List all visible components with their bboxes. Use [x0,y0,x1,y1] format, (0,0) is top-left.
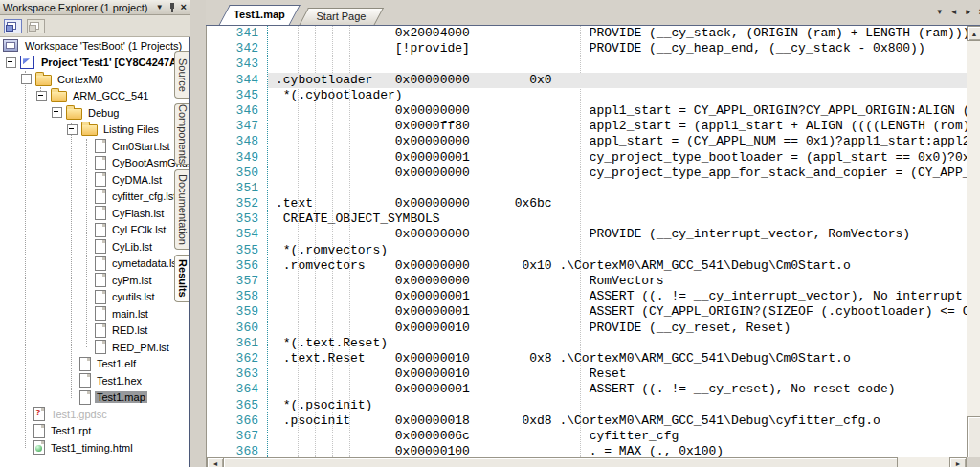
code-line: 0x00000100 . = MAX (., 0x100) [268,444,967,457]
code-line [268,56,967,72]
tree-item-test1-map-selected[interactable]: Test1.map [0,389,189,407]
html-document-icon [33,440,45,455]
tree-item-debug[interactable]: Debug [0,104,189,122]
tree-item[interactable]: CyFlash.lst [0,205,189,222]
code-line: *(.romvectors) [268,243,967,258]
tree-item-workspace[interactable]: Workspace 'TestBoot' (1 Projects) [0,37,189,55]
scroll-right-icon[interactable]: ► [949,457,967,467]
tree-item[interactable]: CyLib.lst [0,238,189,256]
project-icon [20,56,34,69]
horizontal-scroll-thumb[interactable] [223,457,898,467]
code-line: .text.Reset 0x00000010 0x8 .\CortexM0\AR… [268,351,967,367]
tree-item-cortexm0[interactable]: CortexM0 [0,71,189,88]
tree-item[interactable]: RED.lst [0,322,189,340]
collapse-box-icon[interactable] [52,107,62,118]
collapse-box-icon[interactable] [36,91,47,101]
document-icon [33,424,45,438]
document-icon [95,239,106,254]
code-line: *(.text.Reset) [268,336,967,351]
collapse-box-icon[interactable] [6,57,16,68]
document-icon [95,139,106,153]
code-line: 0x00000000 appl1_start = CY_APPL_ORIGIN?… [268,103,967,119]
collapse-all-icon[interactable] [4,19,22,33]
code-line: *(.cybootloader) [268,88,967,103]
code-line: 0x00000000 appl_start = (CY_APPL_NUM == … [268,134,967,149]
code-line: CREATE_OBJECT_SYMBOLS [268,211,967,227]
text-editor[interactable]: 341342 343344 345346 347348 349350 35135… [206,26,980,467]
tree-item-listing-files[interactable]: Listing Files [0,122,189,139]
tab-scroll-left-icon[interactable]: ◄ [950,8,958,16]
document-icon [95,206,106,220]
tree-item[interactable]: Cm0Start.lst [0,138,189,155]
scroll-left-icon[interactable]: ◄ [207,457,224,467]
vertical-scrollbar[interactable]: ▲ [967,26,980,457]
tree-item-test1-rpt[interactable]: Test1.rpt [0,423,189,440]
scroll-up-icon[interactable]: ▲ [967,26,980,41]
tab-start-page[interactable]: Start Page [303,8,379,26]
document-icon [79,390,91,405]
folder-icon [81,124,98,136]
horizontal-scrollbar[interactable]: ◄ ► [207,457,967,467]
document-icon [95,340,106,354]
tree-item-test1-timing[interactable]: Test1_timing.html [0,439,189,456]
code-line: 0x0000006c cyfitter_cfg [268,429,967,444]
folder-icon [66,108,82,120]
document-icon [79,357,91,371]
document-icon [95,156,106,170]
code-line: [!provide] PROVIDE (__cy_heap_end, (__cy… [268,41,967,56]
side-tab-components[interactable]: Components [174,103,189,165]
code-line: .text 0x00000000 0x6bc [268,196,967,211]
code-pane[interactable]: 0x20004000 PROVIDE (__cy_stack, (ORIGIN … [267,26,967,457]
panel-title: Workspace Explorer (1 project) [0,2,156,13]
folder-icon [51,91,67,102]
panel-menu-icon[interactable]: ▼ [156,3,164,12]
folder-icon [35,75,52,86]
tree-item[interactable]: cymetadata.lst [0,256,189,273]
document-question-icon [33,407,45,421]
tree-item-project[interactable]: Project 'Test1' [CY8C4247A [0,55,189,72]
collapse-box-icon[interactable] [21,74,32,84]
panel-close-icon[interactable]: × [181,2,187,12]
tab-scroll-right-icon[interactable]: ► [965,8,972,16]
workspace-tree[interactable]: Workspace 'TestBoot' (1 Projects) Projec… [0,37,189,467]
tree-item[interactable]: RED_PM.lst [0,339,189,356]
editor-area: Test1.map Start Page ▼ ◄ ► × 341342 3433… [206,0,980,467]
document-tab-bar: Test1.map Start Page ▼ ◄ ► × [206,0,980,26]
vertical-scroll-thumb[interactable] [967,416,980,460]
tree-item-test1-elf[interactable]: Test1.elf [0,356,189,373]
tree-item[interactable]: cyfitter_cfg.lst [0,189,189,206]
code-line: .romvectors 0x00000000 0x10 .\CortexM0\A… [268,258,967,274]
tree-item-arm-gcc[interactable]: ARM_GCC_541 [0,88,189,105]
document-icon [79,373,91,388]
tree-item-test1-hex[interactable]: Test1.hex [0,372,189,389]
pin-icon[interactable] [168,3,176,12]
code-line: 0x00000001 ASSERT ((. != __cy_reset), No… [268,382,967,397]
tab-test1-map[interactable]: Test1.map [224,5,295,26]
document-icon [95,172,106,187]
tree-item[interactable]: CyDMA.lst [0,171,189,189]
tree-item[interactable]: CyLFClk.lst [0,222,189,239]
document-icon [95,273,106,287]
code-line: 0x00000000 cy_project_type_app_for_stack… [268,166,967,181]
document-icon [95,290,106,304]
document-icon [95,323,106,338]
workspace-explorer-panel: Workspace Explorer (1 project) ▼ × Works… [0,0,190,467]
line-number-gutter: 341342 343344 345346 347348 349350 35135… [207,26,267,457]
tree-item[interactable]: CyBootAsmGnu.lst [0,155,189,172]
tree-item[interactable]: cyutils.lst [0,289,189,306]
tab-list-dropdown-icon[interactable]: ▼ [936,8,944,16]
code-line: 0x00000010 Reset [268,367,967,382]
scrollbar-corner [967,457,980,467]
code-line: .psocinit 0x00000018 0xd8 .\CortexM0\ARM… [268,413,967,429]
side-tab-source[interactable]: Source [174,51,189,99]
code-line-highlighted: .cybootloader 0x00000000 0x0 [268,73,967,88]
tree-item[interactable]: cyPm.lst [0,272,189,289]
side-tab-results[interactable]: Results [174,255,189,302]
tree-item[interactable]: main.lst [0,305,189,322]
document-icon [95,306,106,321]
side-tab-documentation[interactable]: Documentation [174,169,189,250]
tree-item-test1-gpdsc[interactable]: Test1.gpdsc [0,406,189,423]
panel-toolbar [0,15,194,37]
collapse-box-icon[interactable] [67,124,78,135]
panel-splitter[interactable] [190,0,206,467]
